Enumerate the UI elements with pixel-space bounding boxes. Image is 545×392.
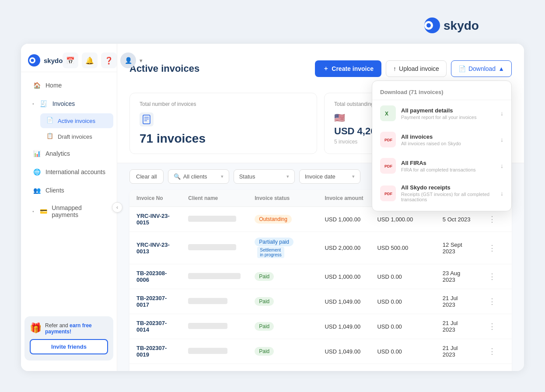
stat-card-total-invoices: Total number of invoices 71 invoices <box>129 93 317 154</box>
sidebar-item-active-invoices[interactable]: 📄 Active invoices <box>40 113 113 128</box>
dropdown-item-all-invoices[interactable]: PDF All invoices All invoices raised on … <box>372 126 511 153</box>
invoice-table-container: Invoice No Client name Invoice status In… <box>117 190 524 371</box>
avatar-btn[interactable]: 👤 <box>120 52 136 68</box>
table-row: YRC-INV-23-0013 Partially paid Settlemen… <box>129 232 512 264</box>
invoices-submenu: 📄 Active invoices 📋 Draft invoices <box>21 113 117 144</box>
actions-btn-5[interactable]: ⋮ <box>486 346 499 357</box>
home-icon: 🏠 <box>32 81 41 90</box>
sidebar-item-unmapped-label: Unmapped payments <box>52 204 105 218</box>
client-name-1 <box>188 244 236 250</box>
table-body: YRC-INV-23-0015 Outstanding USD 1,000.00… <box>129 207 512 371</box>
outstanding-amount-0: USD 1,000.00 <box>377 216 413 223</box>
gift-icon: 🎁 <box>30 322 42 334</box>
sidebar: skydo 📅 🔔 ❓ 👤 ▾ 🏠 Home • 🧾 Invoices <box>21 44 117 371</box>
sidebar-item-draft-invoices-label: Draft invoices <box>58 133 92 140</box>
hero-logo: skydo <box>423 12 519 40</box>
chevron-icon-btn[interactable]: ▾ <box>140 57 143 64</box>
dropdown-item-receipts[interactable]: PDF All Skydo receipts Receipts (GST inv… <box>372 179 511 207</box>
clear-all-button[interactable]: Clear all <box>129 169 164 184</box>
invoice-no-1: YRC-INV-23-0013 <box>136 242 170 255</box>
create-invoice-label: Create invoice <box>332 65 374 72</box>
bell-icon-btn[interactable]: 🔔 <box>82 52 98 68</box>
col-invoice-status: Invoice status <box>248 190 318 207</box>
table-row: TB-202308-0006 Paid USD 1,000.00 USD 0.0… <box>129 264 512 289</box>
search-icon: 🔍 <box>174 173 181 180</box>
upload-invoice-button[interactable]: ↑ Upload invoice <box>386 60 447 77</box>
sidebar-item-analytics-label: Analytics <box>45 150 70 157</box>
status-chevron-icon: ▾ <box>286 174 289 179</box>
actions-btn-0[interactable]: ⋮ <box>486 214 499 225</box>
date-filter[interactable]: Invoice date ▾ <box>299 169 360 184</box>
svg-text:PDF: PDF <box>384 138 392 142</box>
upload-icon: ↑ <box>393 65 396 72</box>
download-arrow-0: ↓ <box>500 110 503 117</box>
unmapped-icon: 💳 <box>39 207 47 216</box>
sidebar-collapse-button[interactable]: ‹ <box>112 202 122 213</box>
actions-btn-1[interactable]: ⋮ <box>486 242 499 254</box>
client-filter[interactable]: 🔍 All clients ▾ <box>168 169 229 184</box>
create-invoice-button[interactable]: ＋ Create invoice <box>315 60 381 77</box>
svg-point-2 <box>426 23 431 28</box>
sidebar-item-clients[interactable]: 👥 Clients <box>24 182 113 199</box>
sidebar-item-unmapped-payments[interactable]: • 💳 Unmapped payments <box>24 200 113 223</box>
sidebar-item-international[interactable]: 🌐 International accounts <box>24 163 113 181</box>
invoice-amount-5: USD 1,049.00 <box>325 348 360 355</box>
sidebar-header: skydo 📅 🔔 ❓ 👤 ▾ <box>21 49 117 72</box>
svg-point-6 <box>31 59 34 62</box>
topbar-icon-group: 📅 🔔 ❓ 👤 ▾ <box>63 52 143 68</box>
sidebar-item-draft-invoices[interactable]: 📋 Draft invoices <box>40 129 113 144</box>
chevron-down-icon: ▲ <box>498 65 504 72</box>
sidebar-item-invoices[interactable]: • 🧾 Invoices <box>24 95 113 112</box>
sidebar-item-invoices-label: Invoices <box>52 100 75 107</box>
download-arrow-3: ↓ <box>500 190 503 197</box>
currency-label: USD <box>334 126 354 136</box>
invoice-amount-1: USD 2,000.00 <box>325 245 360 251</box>
invoices-icon: 🧾 <box>39 99 48 108</box>
col-client-name: Client name <box>181 190 248 207</box>
sidebar-item-home[interactable]: 🏠 Home <box>24 77 113 94</box>
clients-icon: 👥 <box>32 186 41 195</box>
due-date-5: 21 Jul 2023 <box>443 345 458 358</box>
actions-btn-3[interactable]: ⋮ <box>486 296 499 307</box>
svg-text:PDF: PDF <box>384 164 392 168</box>
due-date-4: 21 Jul 2023 <box>443 320 458 333</box>
table-row: TB-202307-0016 Paid USD 1,049.00 USD 0.0… <box>129 364 512 371</box>
sidebar-logo-text: skydo <box>44 57 63 64</box>
client-name-2 <box>188 273 241 279</box>
client-name-3 <box>188 298 227 304</box>
date-chevron-icon: ▾ <box>352 174 355 179</box>
svg-rect-15 <box>140 112 154 126</box>
status-filter-label: Status <box>239 173 255 180</box>
plus-icon: ＋ <box>323 65 329 73</box>
invite-friends-button[interactable]: Invite friends <box>30 339 108 354</box>
svg-text:skydo: skydo <box>444 19 479 32</box>
col-invoice-amount: Invoice amount <box>318 190 370 207</box>
svg-text:PDF: PDF <box>384 192 392 196</box>
actions-btn-6[interactable]: ⋮ <box>486 371 499 371</box>
sidebar-bottom: 🎁 Refer and earn free payments! Invite f… <box>21 311 117 366</box>
actions-btn-2[interactable]: ⋮ <box>486 271 499 282</box>
table-row: TB-202307-0019 Paid USD 1,049.00 USD 0.0… <box>129 339 512 364</box>
status-filter[interactable]: Status ▾ <box>234 169 295 184</box>
col-invoice-no: Invoice No <box>129 190 181 207</box>
page-header: Active invoices ＋ Create invoice ↑ Uploa… <box>117 44 524 84</box>
pdf-icon-2: PDF <box>380 158 396 174</box>
calendar-icon-btn[interactable]: 📅 <box>63 52 78 68</box>
dropdown-item-firas[interactable]: PDF All FIRAs FIRA for all completed tra… <box>372 153 511 179</box>
referral-text: Refer and <box>45 322 68 329</box>
sidebar-item-international-label: International accounts <box>45 168 105 175</box>
help-icon-btn[interactable]: ❓ <box>101 52 117 68</box>
outstanding-amount-1: USD 500.00 <box>377 245 408 251</box>
due-date-2: 23 Aug 2023 <box>443 270 461 283</box>
dropdown-item-payment-details[interactable]: X All payment details Payment report for… <box>372 100 511 126</box>
table-row: TB-202307-0014 Paid USD 1,049.00 USD 0.0… <box>129 314 512 339</box>
download-button[interactable]: 📄 Download ▲ <box>451 60 512 77</box>
invoice-amount-2: USD 1,000.00 <box>325 273 360 280</box>
analytics-icon: 📊 <box>32 149 41 158</box>
sidebar-item-active-invoices-label: Active invoices <box>58 118 95 124</box>
actions-btn-4[interactable]: ⋮ <box>486 321 499 332</box>
stat-doc-icon <box>140 112 307 128</box>
sidebar-item-analytics[interactable]: 📊 Analytics <box>24 145 113 162</box>
dropdown-item-receipts-text: All Skydo receipts Receipts (GST invoice… <box>401 184 495 202</box>
due-date-3: 21 Jul 2023 <box>443 295 458 308</box>
